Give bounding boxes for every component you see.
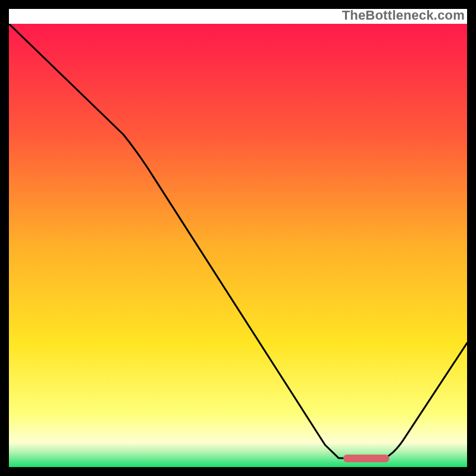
- chart-plot-area: [9, 24, 467, 467]
- watermark-text: TheBottleneck.com: [342, 8, 465, 23]
- chart-frame: TheBottleneck.com: [9, 9, 467, 467]
- chart-svg: [9, 24, 467, 467]
- selected-range-marker: [343, 455, 389, 462]
